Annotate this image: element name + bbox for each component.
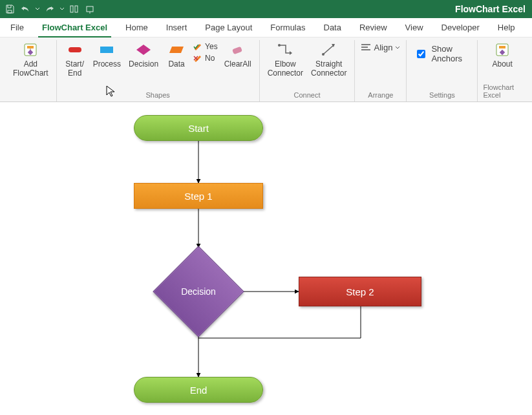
pencil-x-icon — [193, 54, 202, 62]
node-label: Decision — [181, 286, 216, 297]
save-icon[interactable] — [4, 3, 16, 15]
elbow-connector-button[interactable]: Elbow Connector — [265, 40, 306, 79]
svg-point-12 — [322, 53, 325, 56]
ribbon-group-flowchartexcel: About Flowchart Excel — [478, 40, 527, 101]
app-title: FlowChart Excel — [455, 4, 526, 14]
align-button[interactable]: Align — [357, 40, 404, 55]
yes-label: Yes — [205, 42, 218, 51]
svg-rect-7 — [100, 47, 113, 53]
svg-marker-8 — [136, 45, 151, 55]
yes-no-stack: Yes No — [192, 40, 219, 63]
dropdown-icon[interactable] — [35, 3, 40, 15]
dropdown-icon[interactable] — [59, 3, 65, 15]
svg-marker-9 — [169, 47, 184, 53]
tab-file[interactable]: File — [6, 19, 28, 37]
group-label: Flowchart Excel — [483, 82, 522, 101]
show-anchors-label: Show Anchors — [431, 44, 469, 63]
eraser-icon — [229, 41, 246, 58]
tab-insert[interactable]: Insert — [162, 19, 191, 37]
straight-connector-icon — [321, 41, 337, 58]
clearall-button[interactable]: ClearAll — [222, 40, 254, 70]
tab-home[interactable]: Home — [122, 19, 152, 37]
ribbon-group-addflowchart: Add FlowChart — [5, 40, 57, 101]
add-flowchart-icon — [22, 41, 39, 58]
shape-label: Start/ End — [65, 59, 84, 78]
yes-button[interactable]: Yes — [192, 41, 219, 52]
align-label: Align — [374, 43, 392, 52]
cursor-icon — [106, 85, 115, 100]
svg-point-11 — [278, 44, 281, 47]
add-flowchart-button[interactable]: Add FlowChart — [10, 40, 51, 79]
svg-rect-0 — [70, 6, 73, 12]
svg-rect-2 — [87, 6, 93, 12]
node-label: Step 1 — [184, 191, 212, 202]
process-icon — [98, 41, 115, 58]
elbow-connector-icon — [277, 41, 293, 58]
shape-label: Decision — [129, 59, 158, 69]
svg-rect-4 — [27, 46, 34, 48]
tab-flowchart-excel[interactable]: FlowChart Excel — [38, 19, 111, 37]
clearall-label: ClearAll — [224, 59, 251, 69]
no-label: No — [205, 54, 215, 63]
align-icon — [361, 43, 371, 52]
node-label: Step 2 — [346, 286, 374, 297]
group-label: Arrange — [368, 90, 393, 101]
about-icon — [494, 41, 511, 58]
ribbon: Add FlowChart Start/ End Process — [0, 37, 532, 102]
node-end[interactable]: End — [134, 377, 263, 403]
about-button[interactable]: About — [489, 40, 515, 70]
tab-help[interactable]: Help — [494, 19, 519, 37]
shape-label: Data — [168, 59, 184, 69]
straight-connector-button[interactable]: Straight Connector — [308, 40, 349, 79]
pencil-check-icon — [193, 43, 202, 50]
undo-icon[interactable] — [19, 3, 31, 15]
ribbon-tabs: File FlowChart Excel Home Insert Page La… — [0, 18, 532, 37]
shape-data-button[interactable]: Data — [164, 40, 189, 70]
group-label: Shapes — [146, 90, 170, 101]
chevron-down-icon — [395, 45, 400, 50]
group-label: Connect — [294, 90, 321, 101]
tab-review[interactable]: Review — [356, 19, 391, 37]
connector-label: Elbow Connector — [268, 59, 303, 78]
decision-icon — [135, 41, 152, 58]
quick-access-toolbar — [4, 3, 96, 15]
qat-icon-1[interactable] — [69, 3, 80, 15]
tab-data[interactable]: Data — [320, 19, 345, 37]
shape-start-end-button[interactable]: Start/ End — [62, 40, 88, 79]
group-label — [30, 90, 32, 101]
node-decision[interactable]: Decision — [153, 246, 244, 337]
add-flowchart-label: Add FlowChart — [13, 59, 48, 78]
connectors — [0, 102, 532, 415]
svg-rect-6 — [69, 47, 81, 52]
node-step2[interactable]: Step 2 — [299, 277, 421, 306]
ribbon-group-settings: Show Anchors Settings — [407, 40, 478, 101]
no-button[interactable]: No — [192, 53, 219, 63]
tab-view[interactable]: View — [401, 19, 427, 37]
qat-icon-2[interactable] — [84, 3, 96, 15]
tab-formulas[interactable]: Formulas — [266, 19, 309, 37]
shape-label: Process — [93, 59, 121, 69]
about-label: About — [493, 59, 513, 69]
flowchart-canvas[interactable]: Start Step 1 Decision Step 2 End — [0, 102, 532, 415]
shape-process-button[interactable]: Process — [90, 40, 123, 70]
connector-label: Straight Connector — [311, 59, 346, 78]
tab-developer[interactable]: Developer — [438, 19, 484, 37]
shape-decision-button[interactable]: Decision — [126, 40, 161, 70]
node-label: Start — [188, 123, 209, 134]
show-anchors-input[interactable] — [417, 50, 425, 58]
svg-rect-14 — [499, 46, 505, 48]
svg-rect-10 — [232, 47, 242, 54]
ribbon-group-connect: Elbow Connector Straight Connector Conne… — [260, 40, 356, 101]
node-label: End — [190, 385, 207, 396]
svg-rect-1 — [75, 6, 78, 12]
tab-page-layout[interactable]: Page Layout — [201, 19, 256, 37]
start-end-icon — [67, 41, 83, 58]
group-label: Settings — [429, 90, 455, 101]
data-icon — [168, 41, 185, 58]
node-start[interactable]: Start — [134, 115, 263, 141]
node-step1[interactable]: Step 1 — [134, 183, 263, 209]
ribbon-group-shapes: Start/ End Process Decision Data — [57, 40, 260, 101]
ribbon-group-arrange: Align Arrange — [355, 40, 407, 101]
redo-icon[interactable] — [44, 3, 56, 15]
show-anchors-checkbox[interactable]: Show Anchors — [412, 40, 472, 67]
